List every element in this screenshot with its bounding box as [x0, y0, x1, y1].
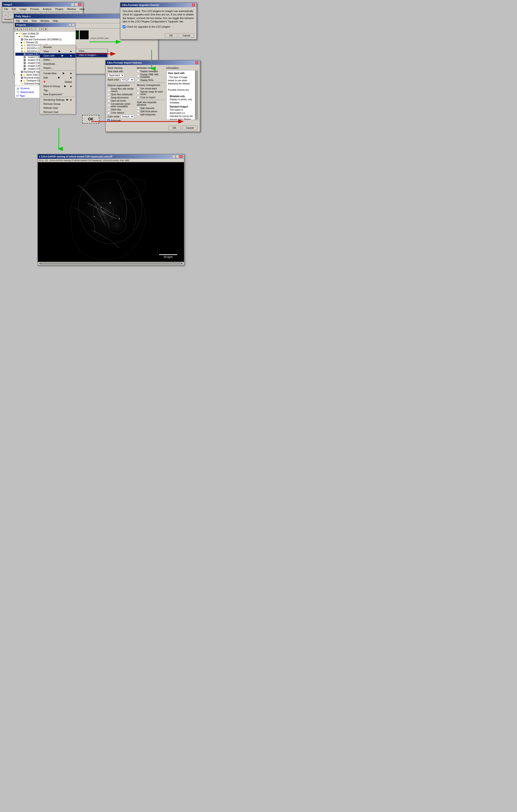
- split-channels-check[interactable]: [137, 107, 139, 110]
- display-roi-check[interactable]: [137, 79, 139, 82]
- proj-tool-5[interactable]: 🔗: [32, 27, 35, 31]
- menu-window[interactable]: Window: [66, 7, 77, 11]
- ctx-tag[interactable]: Tag...: [40, 88, 76, 92]
- open-individually-check[interactable]: [108, 93, 110, 96]
- scroll-up-arrow[interactable]: ▲: [196, 70, 198, 73]
- ctx-editor[interactable]: Editor...: [40, 58, 76, 62]
- menu-edit[interactable]: Edit: [11, 7, 17, 11]
- menu-file[interactable]: File: [3, 7, 9, 11]
- upgrade-checkbox-row: Check for upgrades to the LOCI plugins: [123, 25, 194, 28]
- scroll-left-btn[interactable]: ◀: [38, 262, 41, 265]
- green-arrow-down: [54, 127, 63, 152]
- tree-disease[interactable]: ▶ 📁 Disease [3]: [16, 41, 75, 44]
- group-similar-check[interactable]: [108, 89, 110, 91]
- proj-tool-2[interactable]: ⊟: [20, 27, 23, 31]
- virtual-stack-check[interactable]: [137, 87, 139, 90]
- swap-dims-check[interactable]: [108, 96, 110, 99]
- menu-process[interactable]: Process: [29, 7, 40, 11]
- import-close-btn[interactable]: ×: [195, 61, 198, 64]
- scroll-right-btn[interactable]: ▶: [180, 262, 183, 265]
- tree-laws-label: Laws (Collab) [3]: [22, 32, 39, 35]
- ctx-view[interactable]: View ▶: [40, 49, 76, 53]
- expand-icon-j: ▶: [21, 74, 23, 76]
- proj-tool-3[interactable]: ✎: [24, 27, 27, 31]
- upgrade-checkbox[interactable]: [123, 25, 125, 28]
- projects-minimize[interactable]: _: [68, 24, 71, 26]
- display-meta-check[interactable]: [137, 70, 139, 72]
- divider-3: [137, 100, 165, 100]
- scale-bar-container: 20.0μm: [159, 254, 177, 259]
- expand-icon-t: ▶: [21, 79, 23, 82]
- ctx-rendering[interactable]: Rendering Settings ▶: [40, 97, 76, 102]
- ctx-new-experiment[interactable]: New Experiment ": [40, 92, 76, 96]
- color-options-label: Color options: [111, 112, 124, 114]
- minimize-button[interactable]: _: [71, 3, 74, 6]
- color-options-check[interactable]: [108, 112, 110, 114]
- expand-icon-dis: ▶: [21, 41, 23, 44]
- folder-icon-f6: 📁: [24, 50, 26, 53]
- projects-close[interactable]: ×: [72, 24, 75, 26]
- ctx-edit[interactable]: Edit ▶: [40, 75, 76, 80]
- ctx-remove-user[interactable]: Remove User: [40, 110, 76, 114]
- upgrade-ok-button[interactable]: OK: [165, 33, 177, 38]
- view-stack-select[interactable]: Hyperstack: [108, 73, 124, 77]
- svg-point-12: [108, 218, 126, 233]
- concat-check[interactable]: [108, 104, 110, 107]
- restore-button[interactable]: □: [75, 3, 78, 6]
- specify-range-check[interactable]: [137, 92, 139, 94]
- tool-oval[interactable]: ⬭: [8, 12, 13, 17]
- stitch-check[interactable]: [108, 108, 110, 111]
- proj-tool-6[interactable]: 📋: [36, 27, 39, 31]
- polly-menu-edit[interactable]: Edit: [23, 19, 29, 23]
- split-time-check[interactable]: [137, 113, 139, 116]
- split-focal-check[interactable]: [137, 110, 139, 113]
- h-scroll-track[interactable]: [41, 263, 180, 264]
- final-restore[interactable]: □: [176, 155, 179, 158]
- tree-cilia[interactable]: 🖼 Cilia and Centrosomes 201108088 [1]: [16, 38, 75, 41]
- open-all-check[interactable]: [108, 99, 110, 102]
- thumb-image-3[interactable]: [80, 30, 89, 39]
- stack-order-select[interactable]: XYCZT: [121, 78, 134, 82]
- menu-image[interactable]: Image: [19, 7, 28, 11]
- proj-tool-8[interactable]: ✖: [44, 27, 48, 31]
- final-close[interactable]: ×: [179, 155, 182, 158]
- final-minimize[interactable]: _: [172, 155, 175, 158]
- ctx-create-new[interactable]: Create New ▶: [40, 71, 76, 75]
- menu-analyze[interactable]: Analyze: [42, 7, 53, 11]
- tool-rect[interactable]: ▭: [3, 12, 8, 17]
- scroll-down-arrow[interactable]: ▼: [196, 117, 198, 120]
- proj-tool-4[interactable]: ↺: [28, 27, 31, 31]
- ctx-removegroup-label: Remove Group: [44, 103, 60, 105]
- display-ome-check[interactable]: [137, 75, 139, 77]
- polly-menu-file[interactable]: File: [15, 19, 21, 23]
- ctx-open-with[interactable]: Open with ▶: [40, 53, 76, 58]
- close-button[interactable]: ×: [78, 3, 82, 6]
- ctx-newexp-label: New Experiment ": [44, 93, 63, 96]
- proj-tool-1[interactable]: ⊞: [16, 27, 19, 31]
- polly-menu-help[interactable]: Help: [52, 19, 59, 23]
- crop-import-check[interactable]: [137, 96, 139, 99]
- menu-help[interactable]: Help: [79, 7, 86, 11]
- import-ok-button[interactable]: OK: [168, 125, 181, 130]
- ctx-delete[interactable]: ✖ Delete: [40, 80, 76, 84]
- scroll-track[interactable]: [196, 73, 198, 117]
- ctx-import[interactable]: Import...: [40, 66, 76, 70]
- menu-plugins[interactable]: Plugins: [54, 7, 64, 11]
- ctx-refresh-user[interactable]: Refresh User: [40, 106, 76, 110]
- ctx-download[interactable]: Download...: [40, 62, 76, 66]
- tree-laws[interactable]: ▼ 📁 Laws (Collab) [3]: [16, 32, 75, 35]
- import-cancel-button[interactable]: Cancel: [182, 125, 198, 130]
- ctx-create-arrow: ▶: [63, 72, 64, 75]
- polly-menu-view[interactable]: View: [31, 19, 38, 23]
- upgrade-close-btn[interactable]: ×: [192, 3, 195, 6]
- svg-point-15: [119, 218, 120, 220]
- ctx-browse[interactable]: Browse: [40, 45, 76, 49]
- ctx-move-to-group[interactable]: Move to Group ▶: [40, 84, 76, 88]
- color-mode-select[interactable]: Default: [121, 115, 134, 119]
- ctx-remove-group[interactable]: Remove Group: [40, 102, 76, 106]
- tree-polly[interactable]: ▼ 📁 Polly Stack: [16, 35, 75, 38]
- open-all-row: Open all series: [108, 99, 136, 102]
- upgrade-cancel-button[interactable]: Cancel: [179, 33, 194, 38]
- proj-tool-7[interactable]: ⬇: [40, 27, 44, 31]
- polly-menu-window[interactable]: Window: [39, 19, 50, 23]
